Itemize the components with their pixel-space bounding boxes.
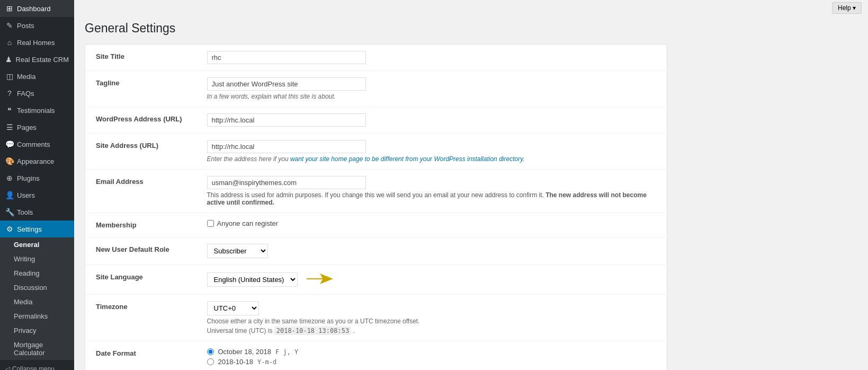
field-label-email: Email Address [85, 170, 202, 213]
submenu-item-discussion[interactable]: Discussion [0, 280, 74, 295]
utc-label: Universal time (UTC) is [207, 327, 274, 334]
field-cell-timezone: UTC+0 UTC-1 UTC+1 UTC+5:30 Choose either… [202, 295, 667, 341]
site-address-desc-before: Enter the address here if you [207, 155, 290, 163]
table-row: Site Title [85, 45, 667, 71]
help-button[interactable]: Help ▾ [832, 2, 862, 14]
sidebar-item-label: Testimonials [17, 107, 55, 114]
submenu-item-privacy[interactable]: Privacy [0, 323, 74, 338]
date-format-row-2: 2018-10-18 Y-m-d [207, 358, 662, 366]
date-format-radio[interactable] [207, 348, 214, 355]
membership-checkbox-label: Anyone can register [217, 219, 279, 227]
content-area: General Settings Site Title Tagline In a… [74, 16, 868, 370]
sidebar-item-label: Real Homes [17, 39, 55, 47]
sidebar-item-label: Pages [17, 124, 37, 131]
sidebar-item-testimonials[interactable]: ❝ Testimonials [0, 102, 74, 119]
sidebar-item-faqs[interactable]: ? FAQs [0, 85, 74, 102]
site-address-desc-link[interactable]: want your site home page to be different… [290, 155, 523, 163]
users-icon: 👤 [5, 191, 14, 199]
field-label-language: Site Language [85, 265, 202, 295]
main-area: Help ▾ General Settings Site Title Tagli… [74, 0, 868, 370]
site-title-input[interactable] [207, 51, 366, 64]
plugins-icon: ⊕ [5, 174, 14, 182]
table-row: Site Language English (United States) [85, 265, 667, 295]
submenu-item-permalinks[interactable]: Permalinks [0, 309, 74, 323]
field-label-timezone: Timezone [85, 295, 202, 341]
membership-checkbox-row: Anyone can register [207, 219, 662, 227]
table-row: Email Address This address is used for a… [85, 170, 667, 213]
crm-icon: ♟ [5, 55, 13, 64]
tagline-input[interactable] [207, 77, 366, 91]
utc-value: 2018-10-18 13:08:53 [274, 327, 351, 335]
topbar: Help ▾ [74, 0, 868, 16]
tools-icon: 🔧 [5, 208, 14, 216]
sidebar-item-plugins[interactable]: ⊕ Plugins [0, 170, 74, 187]
field-label-date-format: Date Format [85, 341, 202, 371]
pages-icon: ☰ [5, 123, 14, 131]
sidebar-item-label: Tools [17, 208, 33, 216]
field-cell-language: English (United States) [202, 265, 667, 295]
language-arrow-indicator [304, 271, 336, 288]
field-label-membership: Membership [85, 213, 202, 237]
dashboard-icon: ⊞ [5, 4, 14, 13]
collapse-label: Collapse menu [12, 365, 55, 370]
sidebar-item-settings[interactable]: ⚙ Settings [0, 221, 74, 237]
settings-table: Site Title Tagline In a few words, expla… [85, 44, 667, 370]
sidebar-item-label: Users [17, 191, 35, 199]
sidebar-item-appearance[interactable]: 🎨 Appearance [0, 153, 74, 170]
email-input[interactable] [207, 176, 366, 189]
settings-icon: ⚙ [5, 225, 14, 233]
language-select[interactable]: English (United States) [207, 272, 298, 287]
date-format-radio-2[interactable] [207, 358, 214, 365]
utc-time-display: Universal time (UTC) is 2018-10-18 13:08… [207, 327, 662, 334]
posts-icon: ✎ [5, 21, 14, 30]
field-cell-site-title [202, 45, 667, 71]
table-row: Site Address (URL) Enter the address her… [85, 134, 667, 170]
sidebar-item-dashboard[interactable]: ⊞ Dashboard [0, 0, 74, 17]
sidebar-item-tools[interactable]: 🔧 Tools [0, 204, 74, 221]
field-cell-email: This address is used for admin purposes.… [202, 170, 667, 213]
sidebar-item-label: Media [17, 73, 35, 81]
table-row: Date Format October 18, 2018 F j, Y 2018… [85, 341, 667, 371]
appearance-icon: 🎨 [5, 157, 14, 165]
timezone-select[interactable]: UTC+0 UTC-1 UTC+1 UTC+5:30 [207, 301, 259, 315]
submenu-item-mortgage[interactable]: Mortgage Calculator [0, 338, 74, 360]
faqs-icon: ? [5, 89, 14, 98]
language-row: English (United States) [207, 271, 662, 288]
table-row: WordPress Address (URL) [85, 107, 667, 134]
media-icon: ◫ [5, 72, 14, 81]
sidebar: ⊞ Dashboard ✎ Posts ⌂ Real Homes ♟ Real … [0, 0, 74, 370]
tagline-description: In a few words, explain what this site i… [207, 93, 662, 100]
date-format-row: October 18, 2018 F j, Y [207, 348, 662, 356]
sidebar-item-pages[interactable]: ☰ Pages [0, 119, 74, 136]
user-role-select[interactable]: Subscriber Contributor Author Editor Adm… [207, 244, 268, 258]
field-label-site-title: Site Title [85, 45, 202, 71]
membership-checkbox[interactable] [207, 220, 214, 227]
table-row: Timezone UTC+0 UTC-1 UTC+1 UTC+5:30 Choo… [85, 295, 667, 341]
submenu-item-general[interactable]: General [0, 237, 74, 252]
sidebar-item-posts[interactable]: ✎ Posts [0, 17, 74, 34]
sidebar-item-label: Plugins [17, 174, 40, 182]
site-address-desc-after: . [523, 155, 524, 163]
sidebar-item-media[interactable]: ◫ Media [0, 68, 74, 85]
sidebar-item-comments[interactable]: 💬 Comments [0, 136, 74, 153]
field-cell-site-address: Enter the address here if you want your … [202, 134, 667, 170]
timezone-note: Choose either a city in the same timezon… [207, 318, 662, 325]
date-format-code-2: Y-m-d [257, 358, 276, 366]
sidebar-item-real-homes[interactable]: ⌂ Real Homes [0, 34, 74, 51]
date-format-value: October 18, 2018 [218, 348, 271, 356]
field-cell-membership: Anyone can register [202, 213, 667, 237]
wp-address-input[interactable] [207, 113, 366, 127]
field-cell-tagline: In a few words, explain what this site i… [202, 71, 667, 107]
sidebar-item-real-estate-crm[interactable]: ♟ Real Estate CRM [0, 51, 74, 68]
collapse-menu[interactable]: ◁ Collapse menu [0, 360, 74, 370]
date-format-value-2: 2018-10-18 [218, 358, 254, 366]
sidebar-item-label: Real Estate CRM [16, 56, 69, 64]
field-cell-date-format: October 18, 2018 F j, Y 2018-10-18 Y-m-d [202, 341, 667, 371]
settings-submenu: General Writing Reading Discussion Media… [0, 237, 74, 360]
site-address-input[interactable] [207, 140, 366, 153]
site-address-description: Enter the address here if you want your … [207, 155, 662, 163]
sidebar-item-users[interactable]: 👤 Users [0, 187, 74, 204]
submenu-item-media[interactable]: Media [0, 295, 74, 309]
submenu-item-writing[interactable]: Writing [0, 252, 74, 266]
submenu-item-reading[interactable]: Reading [0, 266, 74, 280]
